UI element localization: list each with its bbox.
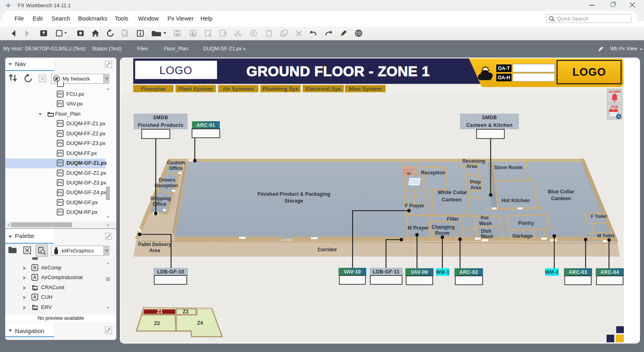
- svg-text:Electrical Sys: Electrical Sys: [305, 86, 341, 92]
- svg-text:Plant System: Plant System: [179, 86, 213, 92]
- svg-text:OA-H: OA-H: [498, 75, 510, 81]
- svg-text:Plumbing Sys: Plumbing Sys: [262, 86, 298, 92]
- svg-text:LOGO: LOGO: [159, 64, 192, 77]
- svg-text:Misc System: Misc System: [349, 86, 382, 92]
- svg-text:Air Systems: Air Systems: [223, 86, 254, 92]
- svg-text:LOGO: LOGO: [572, 66, 606, 78]
- svg-text:SCH: SCH: [611, 105, 618, 109]
- svg-text:OA-T: OA-T: [498, 66, 510, 71]
- svg-text:Floorplan: Floorplan: [141, 86, 166, 92]
- svg-text:ALARM: ALARM: [609, 90, 621, 93]
- svg-text:GROUND FLOOR - ZONE 1: GROUND FLOOR - ZONE 1: [246, 63, 430, 79]
